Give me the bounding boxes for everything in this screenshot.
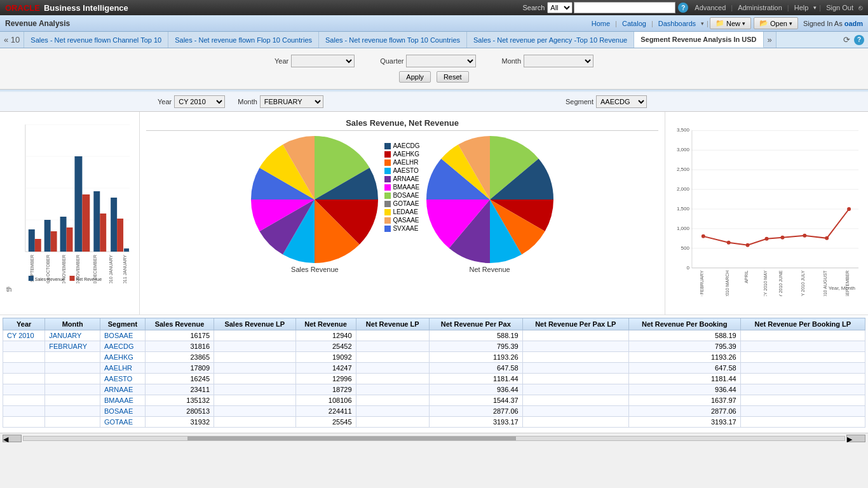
- table-cell: [214, 406, 296, 417]
- table-cell[interactable]: [45, 406, 100, 417]
- dashboards-chevron-icon: ▾: [701, 20, 704, 27]
- month-control-select[interactable]: FEBRUARY: [260, 95, 323, 108]
- table-cell[interactable]: [45, 374, 100, 384]
- table-row: BMAAAE1351321081061544.371637.97: [3, 395, 865, 406]
- svg-text:CY 2010 JANUARY: CY 2010 JANUARY: [109, 255, 113, 283]
- tab-segment-revenue[interactable]: Segment Revenue Analysis In USD: [634, 32, 763, 48]
- table-cell[interactable]: [45, 417, 100, 428]
- table-cell: [740, 363, 865, 374]
- bar-divider-2: |: [651, 20, 653, 27]
- table-cell[interactable]: [3, 341, 45, 352]
- tab-flop10-countries[interactable]: Sales - Net revenue flown Flop 10 Countr…: [168, 32, 319, 48]
- table-cell[interactable]: [3, 363, 45, 374]
- oracle-logo: ORACLE: [5, 3, 40, 13]
- table-cell[interactable]: AAELHR: [100, 363, 146, 374]
- tab-nav-more[interactable]: »: [764, 32, 776, 48]
- table-cell: 23865: [145, 352, 214, 363]
- quarter-filter-select[interactable]: [406, 55, 476, 67]
- table-cell[interactable]: GOTAAE: [100, 417, 146, 428]
- month-filter-select[interactable]: [524, 55, 593, 67]
- legend-label-aaehkg: AAEHKG: [393, 151, 419, 158]
- svg-text:CY 2010 FEBRUARY: CY 2010 FEBRUARY: [700, 270, 704, 296]
- net-revenue-pie-svg: [426, 136, 553, 263]
- refresh-icon[interactable]: ⟳: [843, 35, 850, 44]
- col-sales-rev-lp: Sales Revenue LP: [214, 318, 296, 330]
- table-cell[interactable]: ARNAAE: [100, 384, 146, 395]
- year-control-select[interactable]: CY 2010: [174, 95, 225, 108]
- legend-label-aaesto: AAESTO: [393, 167, 418, 174]
- search-scope-select[interactable]: All: [547, 2, 573, 13]
- new-button[interactable]: 📁 New ▾: [710, 17, 751, 29]
- table-cell[interactable]: BMAAAE: [100, 395, 146, 406]
- table-cell[interactable]: [3, 352, 45, 363]
- table-cell[interactable]: FEBRUARY: [45, 341, 100, 352]
- tab-nav-prev[interactable]: « 10: [0, 32, 24, 48]
- legend-bosaae: BOSAAE: [384, 192, 419, 199]
- advanced-link[interactable]: Advanced: [695, 4, 726, 11]
- table-cell[interactable]: [45, 352, 100, 363]
- bi-title: Business Intelligence: [44, 3, 128, 13]
- help-circle-icon[interactable]: ?: [678, 3, 688, 13]
- col-nrpp-lp: Net Revenue Per Pax LP: [522, 318, 628, 330]
- table-cell[interactable]: [45, 384, 100, 395]
- table-cell[interactable]: [3, 395, 45, 406]
- home-link[interactable]: Home: [592, 20, 610, 27]
- svg-text:Net Revenue: Net Revenue: [76, 277, 102, 281]
- svg-text:APRIL: APRIL: [744, 271, 749, 283]
- table-cell[interactable]: [45, 363, 100, 374]
- table-cell[interactable]: [45, 395, 100, 406]
- svg-text:3,000: 3,000: [677, 147, 690, 152]
- table-cell: [214, 352, 296, 363]
- tab-agency-top10[interactable]: Sales - Net revenue per Agency -Top 10 R…: [467, 32, 634, 48]
- year-filter-select[interactable]: [291, 55, 355, 67]
- table-cell[interactable]: AAECDG: [100, 341, 146, 352]
- pies-row: Sales Revenue AAECDG AAEHKG AAELHR: [251, 136, 553, 308]
- table-cell[interactable]: BOSAAE: [100, 406, 146, 417]
- tab-channel-top10[interactable]: Sales - Net revenue flown Channel Top 10: [24, 32, 168, 48]
- legend-swatch-aaecdg: [384, 143, 391, 149]
- table-cell: [522, 352, 628, 363]
- signout-link[interactable]: Sign Out: [826, 4, 853, 11]
- table-cell[interactable]: [3, 384, 45, 395]
- table-cell[interactable]: [3, 417, 45, 428]
- scrollbar-thumb[interactable]: [187, 437, 516, 440]
- legend-swatch-bmaaae: [384, 184, 391, 191]
- table-cell: 1181.44: [628, 374, 740, 384]
- year-control-label: Year: [158, 98, 172, 105]
- legend-swatch-bosaae: [384, 193, 391, 199]
- horizontal-scrollbar[interactable]: ◀ ▶: [0, 433, 868, 443]
- help-tab-icon[interactable]: ?: [854, 35, 864, 45]
- table-cell: 2877.06: [628, 406, 740, 417]
- year-filter-label: Year: [275, 57, 288, 65]
- reset-button[interactable]: Reset: [437, 71, 469, 83]
- table-cell: 647.58: [628, 363, 740, 374]
- scrollbar-left-btn[interactable]: ◀: [3, 435, 22, 442]
- signed-in-label: Signed In As: [803, 20, 843, 27]
- table-cell[interactable]: CY 2010: [3, 330, 45, 341]
- table-cell: [214, 395, 296, 406]
- legend-swatch-gotaae: [384, 201, 391, 207]
- search-input[interactable]: [574, 2, 675, 13]
- table-cell[interactable]: JANUARY: [45, 330, 100, 341]
- open-button[interactable]: 📂 Open ▾: [754, 17, 798, 29]
- table-cell[interactable]: BOSAAE: [100, 330, 146, 341]
- scrollbar-track[interactable]: [23, 436, 845, 441]
- apply-button[interactable]: Apply: [399, 71, 431, 83]
- table-cell[interactable]: AAEHKG: [100, 352, 146, 363]
- svg-rect-28: [70, 276, 75, 281]
- table-cell[interactable]: [3, 374, 45, 384]
- table-cell[interactable]: [3, 406, 45, 417]
- scrollbar-right-btn[interactable]: ▶: [846, 435, 865, 442]
- table-cell[interactable]: AAESTO: [100, 374, 146, 384]
- administration-link[interactable]: Administration: [738, 4, 782, 11]
- dashboards-link[interactable]: Dashboards: [658, 20, 696, 27]
- segment-control-label: Segment: [566, 98, 593, 105]
- segment-control-select[interactable]: AAECDG: [596, 95, 647, 108]
- table-cell: [522, 341, 628, 352]
- table-cell: [356, 384, 429, 395]
- help-link[interactable]: Help: [794, 4, 809, 11]
- table-cell: [522, 395, 628, 406]
- catalog-link[interactable]: Catalog: [622, 20, 646, 27]
- tab-top10-countries[interactable]: Sales - Net revenue flown Top 10 Countri…: [319, 32, 467, 48]
- legend-ledaae: LEDAAE: [384, 208, 419, 215]
